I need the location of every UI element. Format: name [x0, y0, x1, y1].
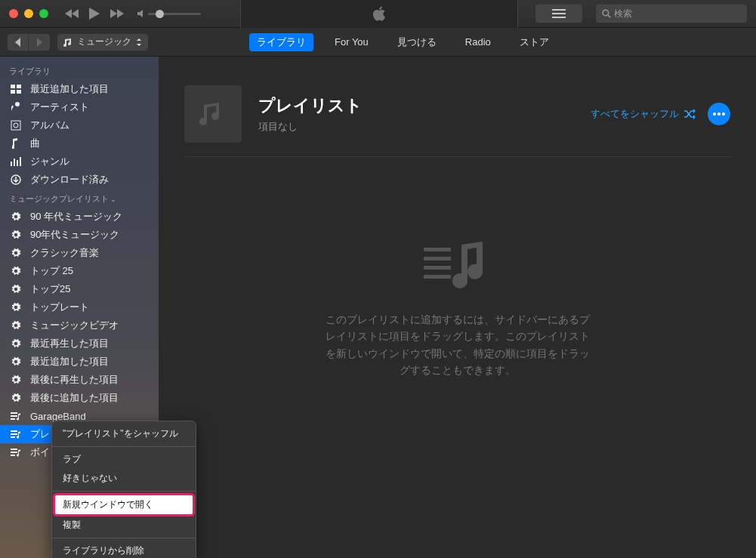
gear-icon	[9, 393, 23, 403]
sidebar-item-label: 最後に追加した項目	[30, 391, 119, 405]
gear-icon	[9, 356, 23, 367]
svg-rect-30	[424, 248, 451, 251]
sidebar-item[interactable]: 最近追加した項目	[0, 80, 159, 98]
close-window-button[interactable]	[9, 9, 18, 18]
svg-point-3	[603, 10, 609, 16]
volume-slider[interactable]	[137, 9, 201, 18]
shuffle-all-button[interactable]: すべてをシャッフル	[591, 107, 697, 121]
context-menu-item[interactable]: ラブ	[52, 450, 196, 469]
svg-rect-14	[14, 159, 15, 166]
gear-icon	[9, 284, 23, 294]
context-menu-item[interactable]: "プレイリスト"をシャッフル	[52, 424, 196, 443]
next-track-button[interactable]	[110, 9, 124, 18]
svg-rect-11	[11, 121, 20, 130]
sidebar-item[interactable]: トップレート	[0, 298, 159, 316]
sidebar-item-label: クラシック音楽	[30, 246, 99, 260]
updown-icon	[136, 39, 142, 46]
playlist-icon	[9, 412, 23, 421]
media-selector[interactable]: ミュージック	[57, 34, 148, 51]
forward-button[interactable]	[29, 34, 50, 51]
sidebar-item[interactable]: トップ25	[0, 280, 159, 298]
shuffle-icon	[683, 109, 697, 119]
svg-rect-0	[552, 9, 566, 11]
sidebar-item[interactable]: ジャンル	[0, 153, 159, 171]
note-icon	[9, 138, 23, 149]
playback-controls	[65, 8, 124, 20]
minimize-window-button[interactable]	[24, 9, 33, 18]
nav-tab[interactable]: ストア	[512, 33, 557, 51]
sidebar-item-label: 最後に再生した項目	[30, 373, 119, 387]
sidebar-item[interactable]: トップ 25	[0, 262, 159, 280]
nav-tab[interactable]: ライブラリ	[249, 33, 313, 51]
empty-playlist-icon	[424, 240, 492, 293]
sidebar-item[interactable]: 90 年代ミュージック	[0, 208, 159, 226]
gear-icon	[9, 266, 23, 276]
svg-rect-21	[11, 430, 17, 432]
sidebar-item[interactable]: 最近再生した項目	[0, 334, 159, 353]
sidebar-item-label: トップ25	[30, 282, 70, 296]
more-actions-button[interactable]	[708, 103, 730, 125]
sidebar-item[interactable]: ダウンロード済み	[0, 171, 159, 189]
grid-icon	[9, 85, 23, 94]
svg-rect-2	[552, 17, 566, 18]
gear-icon	[9, 211, 23, 222]
nav-tab[interactable]: 見つける	[390, 33, 444, 51]
context-menu: "プレイリスト"をシャッフルラブ好きじゃない新規ウインドウで開く複製ライブラリか…	[51, 421, 196, 558]
play-button[interactable]	[89, 8, 100, 20]
sidebar-item[interactable]: 最近追加した項目	[0, 353, 159, 371]
svg-rect-1	[552, 13, 566, 14]
empty-state: このプレイリストに追加するには、サイドバーにあるプレイリストに項目をドラッグしま…	[159, 240, 756, 379]
svg-point-9	[15, 102, 20, 106]
sidebar-item[interactable]: アーティスト	[0, 98, 159, 116]
music-note-icon	[63, 38, 73, 47]
svg-rect-10	[11, 106, 14, 113]
album-icon	[9, 120, 23, 131]
playlist-artwork	[184, 85, 242, 143]
gear-icon	[9, 302, 23, 313]
nav-tab[interactable]: For You	[327, 34, 376, 50]
svg-rect-32	[424, 266, 451, 270]
volume-icon	[137, 9, 148, 18]
context-menu-item[interactable]: 複製	[52, 516, 196, 535]
zoom-window-button[interactable]	[39, 9, 48, 18]
svg-rect-19	[11, 415, 17, 417]
sidebar-item-label: トップレート	[30, 301, 89, 314]
main-content: プレイリスト 項目なし すべてをシャッフル	[159, 57, 756, 558]
context-menu-item[interactable]: 好きじゃない	[52, 469, 196, 488]
sidebar-item[interactable]: クラシック音楽	[0, 244, 159, 262]
svg-rect-22	[11, 433, 17, 435]
sidebar-item[interactable]: 最後に追加した項目	[0, 389, 159, 407]
sidebar-item-label: ダウンロード済み	[30, 173, 109, 187]
nav-tab[interactable]: Radio	[458, 34, 498, 50]
svg-rect-20	[11, 418, 15, 420]
sidebar-item-label: 最近追加した項目	[30, 82, 109, 96]
list-view-button[interactable]	[535, 5, 582, 23]
window-controls	[9, 9, 48, 18]
sidebar-item[interactable]: アルバム	[0, 116, 159, 134]
svg-rect-13	[11, 162, 12, 166]
download-icon	[9, 174, 23, 185]
playlist-title: プレイリスト	[258, 94, 591, 117]
svg-rect-26	[11, 455, 15, 456]
svg-rect-7	[11, 90, 15, 94]
search-input[interactable]: 検索	[596, 5, 747, 23]
sidebar-item[interactable]: 90年代ミュージック	[0, 226, 159, 244]
playlist-subtitle: 項目なし	[258, 120, 591, 134]
svg-line-4	[608, 15, 610, 17]
back-button[interactable]	[8, 34, 29, 51]
sidebar-item-label: アーティスト	[30, 100, 89, 114]
sidebar-item[interactable]: 最後に再生した項目	[0, 371, 159, 389]
sidebar-section-title[interactable]: ミュージックプレイリスト⌄	[0, 189, 159, 208]
now-playing-area	[240, 0, 518, 28]
sidebar-item-label: 最近追加した項目	[30, 355, 109, 368]
context-menu-item[interactable]: 新規ウインドウで開く	[54, 495, 193, 515]
playlist-icon	[9, 430, 23, 439]
context-menu-separator	[52, 446, 196, 447]
sidebar-item[interactable]: ミュージックビデオ	[0, 316, 159, 334]
svg-rect-23	[11, 436, 15, 438]
media-selector-label: ミュージック	[77, 35, 131, 48]
gear-icon	[9, 320, 23, 331]
sidebar-item[interactable]: 曲	[0, 134, 159, 153]
prev-track-button[interactable]	[65, 9, 79, 18]
context-menu-item[interactable]: ライブラリから削除	[52, 541, 196, 558]
